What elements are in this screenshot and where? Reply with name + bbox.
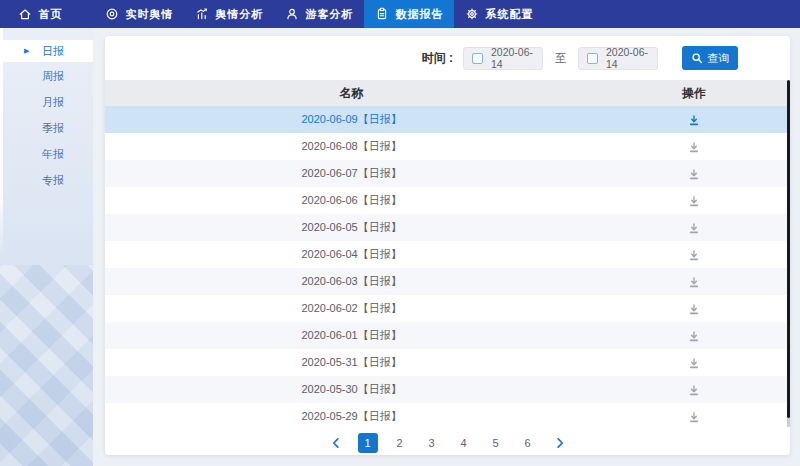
table-row[interactable]: 2020-05-29【日报】 [105,403,790,430]
search-button[interactable]: 查询 [682,46,738,70]
sidebar-item-label: 月报 [42,95,64,110]
sidebar-item-daily-report[interactable]: ▶ 日报 [0,40,93,62]
home-icon [18,7,32,21]
filter-row: 时间 : 2020-06-14 至 2020-06-14 [105,36,790,80]
nav-item-label: 系统配置 [486,7,534,22]
download-button[interactable] [598,303,790,315]
download-icon [688,114,700,126]
column-header-action: 操作 [598,85,790,102]
search-icon [691,52,703,64]
report-name-link[interactable]: 2020-06-08【日报】 [105,139,598,154]
page-button[interactable]: 4 [454,433,474,453]
download-button[interactable] [598,168,790,180]
nav-item-analysis[interactable]: 舆情分析 [184,0,274,28]
download-icon [688,168,700,180]
page-button[interactable]: 2 [390,433,410,453]
start-date-input[interactable]: 2020-06-14 [463,47,543,70]
download-button[interactable] [598,357,790,369]
gear-icon [465,7,479,21]
report-name-link[interactable]: 2020-06-03【日报】 [105,274,598,289]
main-area: ▶ 日报 周报 月报 季报 年报 专报 [0,28,800,466]
table-row[interactable]: 2020-06-01【日报】 [105,322,790,349]
scrollbar[interactable] [787,80,790,418]
download-icon [688,222,700,234]
download-icon [688,303,700,315]
pagination: 1 2 3 4 5 6 [105,430,790,455]
table-row[interactable]: 2020-05-30【日报】 [105,376,790,403]
sidebar-item-weekly-report[interactable]: 周报 [0,65,93,88]
download-button[interactable] [598,249,790,261]
report-name-link[interactable]: 2020-05-30【日报】 [105,382,598,397]
table-row[interactable]: 2020-05-31【日报】 [105,349,790,376]
nav-item-realtime[interactable]: 实时舆情 [94,0,184,28]
eye-icon [105,7,119,21]
report-name-link[interactable]: 2020-06-02【日报】 [105,301,598,316]
sidebar-list: ▶ 日报 周报 月报 季报 年报 专报 [0,28,93,192]
table-row[interactable]: 2020-06-08【日报】 [105,133,790,160]
chevron-right-icon[interactable] [550,433,570,453]
chevron-left-icon[interactable] [326,433,346,453]
nav-item-label: 数据报告 [396,7,444,22]
end-date-input[interactable]: 2020-06-14 [578,47,658,70]
report-name-link[interactable]: 2020-06-09【日报】 [105,112,598,127]
report-name-link[interactable]: 2020-05-31【日报】 [105,355,598,370]
table-row[interactable]: 2020-06-05【日报】 [105,214,790,241]
sidebar-item-label: 季报 [42,121,64,136]
report-card: 时间 : 2020-06-14 至 2020-06-14 [105,36,790,455]
download-button[interactable] [598,141,790,153]
download-icon [688,411,700,423]
table-row[interactable]: 2020-06-09【日报】 [105,106,790,133]
table-row[interactable]: 2020-06-03【日报】 [105,268,790,295]
download-button[interactable] [598,114,790,126]
triangle-marker-icon: ▶ [24,47,29,54]
sidebar-item-label: 年报 [42,147,64,162]
report-name-link[interactable]: 2020-06-04【日报】 [105,247,598,262]
table-body: 2020-06-09【日报】 [105,106,790,430]
page-button[interactable]: 1 [358,433,378,453]
nav-item-settings[interactable]: 系统配置 [454,0,544,28]
sidebar-item-monthly-report[interactable]: 月报 [0,91,93,114]
download-icon [688,141,700,153]
report-name-link[interactable]: 2020-06-05【日报】 [105,220,598,235]
sidebar-item-yearly-report[interactable]: 年报 [0,143,93,166]
report-name-link[interactable]: 2020-05-29【日报】 [105,409,598,424]
top-navbar: 首页 实时舆情 舆情分析 [0,0,800,28]
table-row[interactable]: 2020-06-07【日报】 [105,160,790,187]
sidebar-item-quarterly-report[interactable]: 季报 [0,117,93,140]
app-window: 首页 实时舆情 舆情分析 [0,0,800,466]
report-name-link[interactable]: 2020-06-06【日报】 [105,193,598,208]
table-row[interactable]: 2020-06-06【日报】 [105,187,790,214]
date-range-to-label: 至 [555,51,566,66]
nav-item-label: 游客分析 [306,7,354,22]
calendar-checkbox-icon [587,53,598,64]
download-button[interactable] [598,411,790,423]
page-button[interactable]: 6 [518,433,538,453]
download-button[interactable] [598,330,790,342]
nav-item-data-report[interactable]: 数据报告 [364,0,454,28]
content-area: 时间 : 2020-06-14 至 2020-06-14 [93,28,800,466]
chart-icon [195,7,209,21]
nav-item-visitor[interactable]: 游客分析 [274,0,364,28]
calendar-checkbox-icon [472,53,483,64]
sidebar-item-special-report[interactable]: 专报 [0,169,93,192]
download-button[interactable] [598,276,790,288]
download-button[interactable] [598,222,790,234]
page-button[interactable]: 3 [422,433,442,453]
download-icon [688,357,700,369]
search-button-label: 查询 [708,51,730,66]
sidebar-item-label: 专报 [42,173,64,188]
download-icon [688,249,700,261]
download-button[interactable] [598,195,790,207]
table-row[interactable]: 2020-06-02【日报】 [105,295,790,322]
report-name-link[interactable]: 2020-06-01【日报】 [105,328,598,343]
table-row[interactable]: 2020-06-04【日报】 [105,241,790,268]
sidebar: ▶ 日报 周报 月报 季报 年报 专报 [0,28,93,466]
report-table: 名称 操作 2020-06-09【日报】 [105,80,790,430]
nav-item-home[interactable]: 首页 [0,0,80,28]
report-name-link[interactable]: 2020-06-07【日报】 [105,166,598,181]
nav-item-label: 舆情分析 [216,7,264,22]
page-button[interactable]: 5 [486,433,506,453]
download-icon [688,276,700,288]
table-header: 名称 操作 [105,80,790,106]
download-button[interactable] [598,384,790,396]
